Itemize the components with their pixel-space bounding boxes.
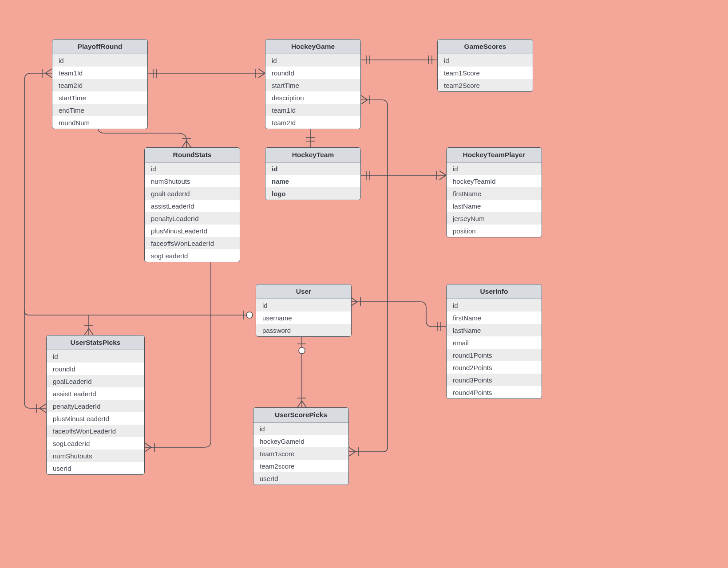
svg-line-14	[182, 141, 186, 147]
entity-field: position	[447, 225, 542, 237]
entity-hockey-team-player: HockeyTeamPlayer id hockeyTeamId firstNa…	[446, 147, 542, 237]
entity-field: hockeyTeamId	[447, 175, 542, 187]
entity-field: round2Points	[447, 361, 542, 374]
entity-field: startTime	[52, 91, 147, 104]
entity-header: UserStatsPicks	[47, 335, 144, 350]
entity-field: userId	[47, 462, 144, 474]
entity-header: GameScores	[438, 39, 533, 54]
svg-line-33	[439, 175, 446, 180]
entity-field: description	[265, 91, 360, 104]
entity-field: sogLeaderId	[145, 249, 240, 262]
svg-line-24	[361, 100, 368, 104]
entity-user-score-picks: UserScorePicks id hockeyGameId team1scor…	[253, 407, 349, 485]
entity-field: id	[265, 162, 360, 175]
svg-line-48	[40, 404, 46, 408]
entity-field: email	[447, 336, 542, 349]
entity-header: UserInfo	[447, 284, 542, 299]
svg-line-26	[349, 447, 356, 452]
entity-field: firstName	[447, 312, 542, 324]
entity-field: team2Score	[438, 79, 533, 91]
entity-field: id	[145, 162, 240, 175]
entity-field: id	[447, 299, 542, 312]
svg-line-40	[45, 69, 52, 73]
entity-user: User id username password	[256, 284, 352, 337]
entity-field: jerseyNum	[447, 212, 542, 225]
entity-user-stats-picks: UserStatsPicks id roundId goalLeaderId a…	[46, 335, 145, 475]
entity-field: team1Id	[265, 104, 360, 116]
entity-field: faceoffsWonLeaderId	[47, 425, 144, 437]
svg-line-15	[186, 141, 191, 147]
svg-line-49	[40, 408, 46, 413]
entity-user-info: UserInfo id firstName lastName email rou…	[446, 284, 542, 399]
entity-header: HockeyTeamPlayer	[447, 148, 542, 162]
entity-field: username	[256, 312, 351, 324]
entity-field: penaltyLeaderId	[47, 400, 144, 412]
entity-field: lastName	[447, 200, 542, 212]
svg-line-45	[84, 328, 89, 335]
entity-field: firstName	[447, 187, 542, 200]
entity-field: startTime	[265, 79, 360, 91]
entity-field: team1Score	[438, 67, 533, 79]
svg-line-36	[351, 302, 357, 306]
entity-field: penaltyLeaderId	[145, 212, 240, 225]
entity-field: round4Points	[447, 386, 542, 398]
entity-field: roundNum	[52, 116, 147, 129]
entity-header: User	[256, 284, 351, 299]
entity-field: goalLeaderId	[145, 187, 240, 200]
entity-field: password	[256, 324, 351, 336]
entity-field: id	[447, 162, 542, 175]
entity-header: HockeyGame	[265, 39, 360, 54]
entity-field: id	[52, 54, 147, 67]
entity-header: RoundStats	[145, 148, 240, 162]
entity-field: lastName	[447, 324, 542, 336]
svg-line-32	[439, 171, 446, 175]
entity-hockey-team: HockeyTeam id name logo	[265, 147, 361, 200]
entity-field: assistLeaderId	[47, 387, 144, 400]
svg-point-53	[299, 347, 305, 354]
svg-line-55	[302, 401, 306, 407]
entity-playoff-round: PlayoffRound id team1Id team2Id startTim…	[52, 39, 148, 129]
entity-field: id	[253, 422, 348, 435]
entity-field: round1Points	[447, 349, 542, 361]
entity-field: logo	[265, 187, 360, 200]
entity-hockey-game: HockeyGame id roundId startTime descript…	[265, 39, 361, 129]
entity-field: endTime	[52, 104, 147, 116]
entity-field: name	[265, 175, 360, 187]
entity-field: numShutouts	[47, 450, 144, 462]
entity-field: team1score	[253, 447, 348, 460]
entity-header: UserScorePicks	[253, 408, 348, 422]
entity-field: team2Id	[265, 116, 360, 129]
entity-field: team2score	[253, 460, 348, 472]
entity-field: plusMinusLeaderId	[47, 412, 144, 425]
svg-point-44	[246, 312, 253, 318]
entity-field: plusMinusLeaderId	[145, 225, 240, 237]
entity-field: team1Id	[52, 67, 147, 79]
entity-field: faceoffsWonLeaderId	[145, 237, 240, 249]
svg-line-4	[258, 73, 265, 78]
entity-field: goalLeaderId	[47, 375, 144, 387]
entity-game-scores: GameScores id team1Score team2Score	[437, 39, 533, 92]
entity-field: hockeyGameId	[253, 435, 348, 447]
entity-header: PlayoffRound	[52, 39, 147, 54]
entity-round-stats: RoundStats id numShutouts goalLeaderId a…	[144, 147, 240, 262]
entity-field: id	[256, 299, 351, 312]
svg-line-58	[145, 447, 151, 452]
entity-field: assistLeaderId	[145, 200, 240, 212]
svg-line-27	[349, 452, 356, 456]
entity-field: roundId	[265, 67, 360, 79]
entity-field: sogLeaderId	[47, 437, 144, 450]
entity-header: HockeyTeam	[265, 148, 360, 162]
svg-line-57	[145, 443, 151, 447]
entity-field: id	[47, 350, 144, 363]
svg-line-41	[45, 73, 52, 78]
svg-line-35	[351, 297, 357, 302]
svg-line-23	[361, 95, 368, 100]
svg-line-46	[89, 328, 93, 335]
svg-line-3	[258, 69, 265, 73]
entity-field: id	[438, 54, 533, 67]
entity-field: team2Id	[52, 79, 147, 91]
entity-field: roundId	[47, 363, 144, 375]
entity-field: id	[265, 54, 360, 67]
svg-line-54	[297, 401, 302, 407]
entity-field: round3Points	[447, 374, 542, 386]
